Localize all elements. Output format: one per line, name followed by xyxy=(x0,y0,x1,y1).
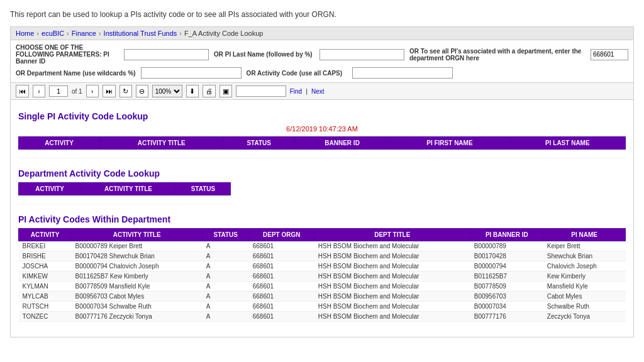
pi-dept-col-activity: ACTIVITY xyxy=(19,229,72,241)
table-cell: B00007034 Schwalbe Ruth xyxy=(72,302,203,312)
table-cell: 668601 xyxy=(249,272,314,282)
table-row: KYLMANB00778509 Mansfield KyleA668601HSH… xyxy=(19,282,626,292)
pi-dept-col-dept-orgn: DEPT ORGN xyxy=(249,229,314,241)
dept-col-status: STATUS xyxy=(175,183,230,195)
param-input-orgn[interactable] xyxy=(591,49,628,60)
breadcrumb-sep-3: › xyxy=(99,30,101,37)
print-button[interactable]: ⊖ xyxy=(136,85,148,97)
param-label-activity-code: OR Activity Code (use all CAPS) xyxy=(247,70,347,77)
breadcrumb-institutional[interactable]: Institutional Trust Funds xyxy=(104,30,177,37)
table-cell: 668601 xyxy=(249,282,314,292)
table-cell: 668601 xyxy=(249,241,314,251)
table-row: KIMKEWB011625B7 Kew KimberlyA668601HSH B… xyxy=(19,272,626,282)
dept-activity-title: Department Activity Code Lookup xyxy=(18,168,626,178)
param-input-activity-code[interactable] xyxy=(352,67,453,79)
parameters-area: CHOOSE ONE OF THE FOLLOWING PARAMETERS: … xyxy=(11,40,633,83)
params-row-2: OR Department Name (use wildcards %) OR … xyxy=(16,67,628,79)
table-cell: BREKEI xyxy=(19,241,72,251)
toolbar-sep: | xyxy=(306,87,308,95)
params-row-1: CHOOSE ONE OF THE FOLLOWING PARAMETERS: … xyxy=(16,44,628,65)
first-page-button[interactable]: ⏮ xyxy=(16,85,29,97)
dept-empty-row xyxy=(19,195,231,204)
single-pi-col-last-name: PI LAST NAME xyxy=(509,137,625,150)
report-date: 6/12/2019 10:47:23 AM xyxy=(18,125,626,133)
pi-dept-table: ACTIVITY ACTIVITY TITLE STATUS DEPT ORGN… xyxy=(18,228,626,322)
table-cell: 668601 xyxy=(249,292,314,302)
table-cell: B00778509 xyxy=(470,282,543,292)
table-row: JOSCHAB00000794 Chalovich JosephA668601H… xyxy=(19,261,626,272)
table-cell: A xyxy=(203,251,249,261)
single-pi-col-activity: ACTIVITY xyxy=(19,137,100,150)
single-pi-col-title: ACTIVITY TITLE xyxy=(100,137,223,150)
param-input-banner-id[interactable] xyxy=(124,49,209,60)
table-cell: Zeczycki Tonya xyxy=(543,312,626,322)
table-cell: B00000794 Chalovich Joseph xyxy=(72,261,203,272)
table-cell: B00000794 xyxy=(470,261,543,272)
param-label-banner-id: CHOOSE ONE OF THE FOLLOWING PARAMETERS: … xyxy=(16,44,119,65)
table-row: MYLCABB00956703 Cabot MylesA668601HSH BS… xyxy=(19,292,626,302)
dept-col-activity: ACTIVITY xyxy=(19,183,81,195)
breadcrumb-ecubic[interactable]: ecuBIC xyxy=(42,30,64,37)
table-cell: B00170428 Shewchuk Brian xyxy=(72,251,203,261)
prev-page-button[interactable]: ‹ xyxy=(33,85,45,97)
table-cell: B00000789 Keiper Brett xyxy=(72,241,203,251)
table-cell: Mansfield Kyle xyxy=(543,282,626,292)
table-cell: A xyxy=(203,302,249,312)
table-cell: A xyxy=(203,312,249,322)
table-cell: Shewchuk Brian xyxy=(543,251,626,261)
table-cell: Cabot Myles xyxy=(543,292,626,302)
param-label-last-name: OR PI Last Name (followed by %) xyxy=(214,51,314,58)
table-cell: B00170428 xyxy=(470,251,543,261)
next-page-button[interactable]: › xyxy=(86,85,99,97)
table-cell: KIMKEW xyxy=(19,272,72,282)
zoom-select[interactable]: 100% 75% 150% xyxy=(152,85,182,97)
table-cell: B00000789 xyxy=(470,241,543,251)
refresh-button[interactable]: ↻ xyxy=(119,85,132,97)
breadcrumb-current: F_A Activity Code Lookup xyxy=(184,30,263,37)
param-input-last-name[interactable] xyxy=(319,49,404,60)
table-cell: HSH BSOM Biochem and Molecular xyxy=(314,312,470,322)
export-button[interactable]: ⬇ xyxy=(186,85,199,97)
table-cell: HSH BSOM Biochem and Molecular xyxy=(314,282,470,292)
breadcrumb: Home › ecuBIC › Finance › Institutional … xyxy=(11,27,633,40)
table-cell: HSH BSOM Biochem and Molecular xyxy=(314,251,470,261)
table-cell: 668601 xyxy=(249,251,314,261)
table-cell: 668601 xyxy=(249,261,314,272)
page-number-input[interactable] xyxy=(49,85,68,97)
table-cell: 668601 xyxy=(249,312,314,322)
page-description: This report can be used to lookup a PIs … xyxy=(10,10,634,19)
report-content: Single PI Activity Code Lookup 6/12/2019… xyxy=(11,100,633,337)
table-cell: RUTSCH xyxy=(19,302,72,312)
table-cell: TONZEC xyxy=(19,312,72,322)
breadcrumb-home[interactable]: Home xyxy=(16,30,34,37)
single-pi-title: Single PI Activity Code Lookup xyxy=(18,111,626,121)
view-button[interactable]: ▣ xyxy=(219,85,232,97)
table-cell: HSH BSOM Biochem and Molecular xyxy=(314,302,470,312)
table-cell: B00007034 xyxy=(470,302,543,312)
table-cell: A xyxy=(203,261,249,272)
table-cell: B00956703 Cabot Myles xyxy=(72,292,203,302)
breadcrumb-finance[interactable]: Finance xyxy=(72,30,96,37)
print2-button[interactable]: 🖨 xyxy=(203,85,216,97)
table-cell: MYLCAB xyxy=(19,292,72,302)
last-page-button[interactable]: ⏭ xyxy=(103,85,116,97)
table-cell: B00777176 xyxy=(470,312,543,322)
toolbar: ⏮ ‹ of 1 › ⏭ ↻ ⊖ 100% 75% 150% ⬇ 🖨 ▣ Fin… xyxy=(11,83,633,100)
table-cell: B011625B7 xyxy=(470,272,543,282)
pi-dept-title: PI Activity Codes Within Department xyxy=(18,214,626,224)
pi-dept-col-pi-banner-id: PI BANNER ID xyxy=(470,229,543,241)
param-input-dept-name[interactable] xyxy=(141,67,242,79)
table-cell: 668601 xyxy=(249,302,314,312)
dept-activity-table: ACTIVITY ACTIVITY TITLE STATUS xyxy=(18,182,231,204)
pi-dept-col-pi-name: PI NAME xyxy=(543,229,626,241)
table-cell: BRISHE xyxy=(19,251,72,261)
find-next-button[interactable]: Next xyxy=(311,88,325,95)
table-cell: A xyxy=(203,241,249,251)
pi-dept-col-dept-title: DEPT TITLE xyxy=(314,229,470,241)
find-button[interactable]: Find xyxy=(290,88,302,95)
table-cell: HSH BSOM Biochem and Molecular xyxy=(314,272,470,282)
table-cell: B00777176 Zeczycki Tonya xyxy=(72,312,203,322)
table-cell: B00956703 xyxy=(470,292,543,302)
find-input[interactable] xyxy=(236,85,286,97)
single-pi-table: ACTIVITY ACTIVITY TITLE STATUS BANNER ID… xyxy=(18,136,626,158)
